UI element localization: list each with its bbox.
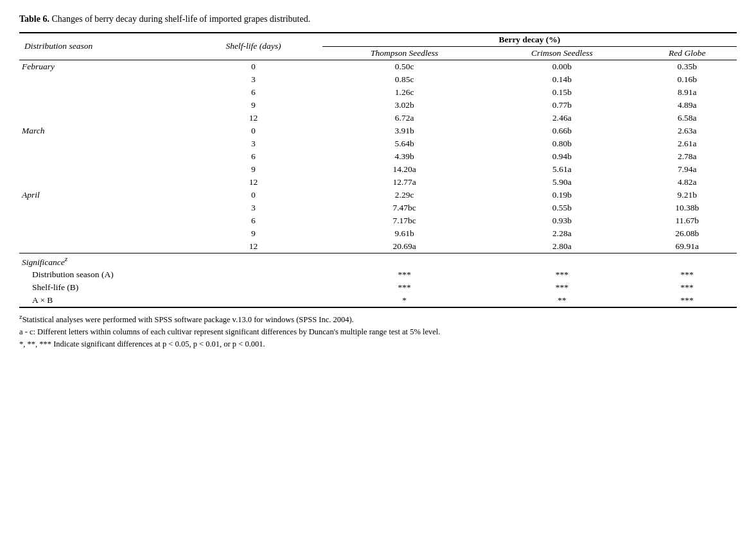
table-row-ts: 6.72a <box>322 112 487 125</box>
col-crimson: Crimson Seedless <box>486 46 637 60</box>
table-row-shelf: 0 <box>184 189 322 202</box>
sig-ts: *** <box>322 268 487 281</box>
table-row-season <box>19 86 184 99</box>
table-row-ts: 3.91b <box>322 125 487 137</box>
table-row-season <box>19 73 184 86</box>
table-row-cs: 0.19b <box>486 189 637 202</box>
table-row-season <box>19 240 184 253</box>
table-row-ts: 1.26c <box>322 86 487 99</box>
table-title: Table 6. Changes of berry decay during s… <box>19 13 737 26</box>
table-row-rg: 7.94a <box>637 163 737 176</box>
table-row-rg: 0.35b <box>637 60 737 73</box>
sig-label: Shelf-life (B) <box>19 281 322 294</box>
table-row-season <box>19 202 184 214</box>
table-row-shelf: 12 <box>184 240 322 253</box>
col-shelf-life: Shelf-life (days) <box>184 33 322 60</box>
table-row-season: February <box>19 60 184 73</box>
table-row-rg: 4.82a <box>637 176 737 189</box>
table-row-ts: 5.64b <box>322 137 487 150</box>
table-row-rg: 2.61a <box>637 137 737 150</box>
table-row-season <box>19 227 184 240</box>
sig-ts: *** <box>322 281 487 294</box>
table-row-season <box>19 99 184 112</box>
sig-label: Distribution season (A) <box>19 268 322 281</box>
table-row-cs: 0.80b <box>486 137 637 150</box>
table-row-shelf: 9 <box>184 227 322 240</box>
table-row-shelf: 0 <box>184 125 322 137</box>
table-row-shelf: 6 <box>184 150 322 163</box>
table-row-shelf: 0 <box>184 60 322 73</box>
table-row-ts: 3.02b <box>322 99 487 112</box>
table-row-rg: 6.58a <box>637 112 737 125</box>
table-row-cs: 5.90a <box>486 176 637 189</box>
table-row-rg: 4.89a <box>637 99 737 112</box>
table-row-ts: 12.77a <box>322 176 487 189</box>
table-row-cs: 0.93b <box>486 214 637 227</box>
table-row-rg: 69.91a <box>637 240 737 253</box>
table-row-rg: 0.16b <box>637 73 737 86</box>
sig-cs: *** <box>486 281 637 294</box>
table-row-shelf: 12 <box>184 112 322 125</box>
table-row-season <box>19 214 184 227</box>
table-row-rg: 2.63a <box>637 125 737 137</box>
table-row-ts: 2.29c <box>322 189 487 202</box>
table-row-cs: 0.77b <box>486 99 637 112</box>
table-row-ts: 7.17bc <box>322 214 487 227</box>
col-berry-decay: Berry decay (%) <box>322 33 737 47</box>
significance-header: Significancez <box>19 253 322 268</box>
col-thompson: Thompson Seedless <box>322 46 487 60</box>
table-row-ts: 14.20a <box>322 163 487 176</box>
footnote-1: zStatistical analyses were performed wit… <box>19 312 737 326</box>
table-row-ts: 20.69a <box>322 240 487 253</box>
table-row-cs: 0.94b <box>486 150 637 163</box>
table-row-cs: 2.80a <box>486 240 637 253</box>
table-row-cs: 5.61a <box>486 163 637 176</box>
sig-rg: *** <box>637 294 737 307</box>
table-title-bold: Table 6. <box>19 14 49 24</box>
sig-ts: * <box>322 294 487 307</box>
table-row-rg: 11.67b <box>637 214 737 227</box>
footnote-3: *, **, *** Indicate significant differen… <box>19 338 737 350</box>
table-row-cs: 0.14b <box>486 73 637 86</box>
table-row-ts: 4.39b <box>322 150 487 163</box>
table-row-ts: 7.47bc <box>322 202 487 214</box>
table-row-cs: 2.28a <box>486 227 637 240</box>
sig-rg: *** <box>637 268 737 281</box>
table-row-rg: 8.91a <box>637 86 737 99</box>
footnotes: zStatistical analyses were performed wit… <box>19 312 737 350</box>
table-title-rest: Changes of berry decay during shelf-life… <box>49 14 310 24</box>
table-row-shelf: 3 <box>184 202 322 214</box>
col-distribution-season: Distribution season <box>19 33 184 60</box>
table-row-rg: 26.08b <box>637 227 737 240</box>
table-row-shelf: 12 <box>184 176 322 189</box>
sig-rg: *** <box>637 281 737 294</box>
table-row-ts: 0.85c <box>322 73 487 86</box>
table-row-cs: 2.46a <box>486 112 637 125</box>
footnote-2: a - c: Different letters within columns … <box>19 326 737 338</box>
col-redglobe: Red Globe <box>637 46 737 60</box>
sig-cs: *** <box>486 268 637 281</box>
table-row-rg: 2.78a <box>637 150 737 163</box>
table-row-season <box>19 163 184 176</box>
sig-cs: ** <box>486 294 637 307</box>
table-row-season: April <box>19 189 184 202</box>
table-row-shelf: 6 <box>184 214 322 227</box>
table-row-cs: 0.15b <box>486 86 637 99</box>
table-row-rg: 10.38b <box>637 202 737 214</box>
table-row-season <box>19 176 184 189</box>
table-row-ts: 9.61b <box>322 227 487 240</box>
table-row-cs: 0.66b <box>486 125 637 137</box>
table-row-shelf: 6 <box>184 86 322 99</box>
table-row-season <box>19 150 184 163</box>
table-row-season: March <box>19 125 184 137</box>
table-row-rg: 9.21b <box>637 189 737 202</box>
table-row-shelf: 3 <box>184 73 322 86</box>
sig-label: A × B <box>19 294 322 307</box>
table-row-cs: 0.55b <box>486 202 637 214</box>
table-row-ts: 0.50c <box>322 60 487 73</box>
table-row-cs: 0.00b <box>486 60 637 73</box>
table-row-season <box>19 112 184 125</box>
table-row-shelf: 3 <box>184 137 322 150</box>
table-row-season <box>19 137 184 150</box>
table-row-shelf: 9 <box>184 99 322 112</box>
